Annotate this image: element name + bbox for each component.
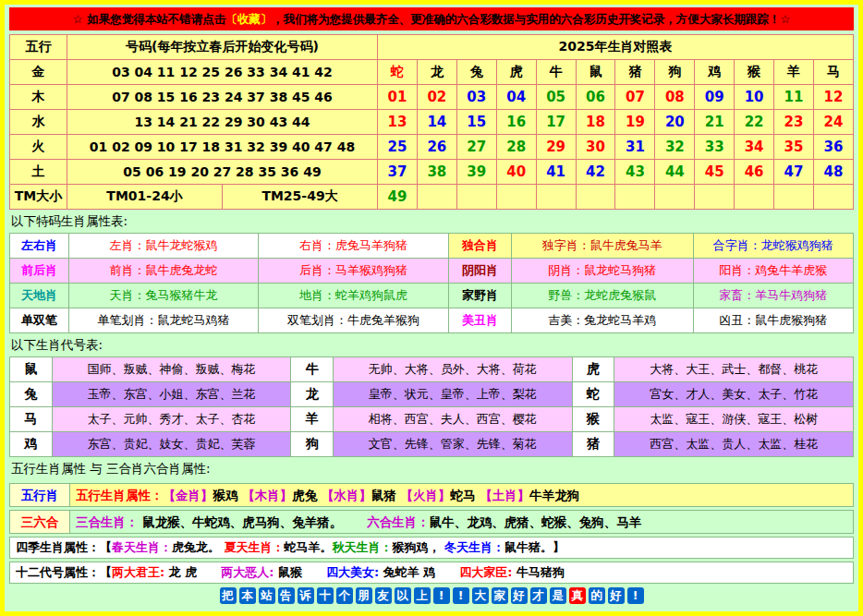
zodiac-number: 19 (615, 110, 655, 135)
wuxing-band-content: 五行生肖属性：【金肖】猴鸡 【木肖】虎兔 【水肖】鼠猪 【火肖】蛇马 【土肖】牛… (70, 483, 854, 507)
attr-value: 后肖：马羊猴鸡狗猪 (259, 259, 448, 284)
banner-text: ☆ 如果您觉得本站不错请点击 (73, 12, 226, 26)
zodiac-number: 21 (695, 110, 735, 135)
footer-tile: 把 (220, 587, 237, 604)
zodiac-number: 34 (735, 135, 774, 160)
text-segment: 猴狗鸡， (393, 540, 445, 554)
footer-tile: 诉 (298, 587, 314, 604)
zodiac-number: 15 (456, 110, 496, 135)
zodiac-number: 43 (615, 160, 655, 185)
zodiac-number: 31 (615, 135, 655, 160)
element-label: 水 (10, 110, 67, 135)
zodiac-number: 18 (576, 110, 615, 135)
attr-value: 凶丑：鼠牛虎猴狗猪 (693, 308, 854, 333)
footer-tile: 本 (239, 587, 256, 604)
footer-tiles: 把本站告诉十个朋友以上!!大家好才是真的好! (9, 587, 854, 604)
text-segment: 鼠猴 (273, 565, 326, 579)
zodiac-number: 17 (536, 110, 576, 135)
footer-tile: 才 (530, 587, 547, 604)
zodiac-codes: 皇帝、状元、皇帝、上帝、梨花 (334, 382, 573, 407)
zodiac-number: 37 (378, 160, 418, 185)
attr-value: 地肖：蛇羊鸡狗鼠虎 (259, 284, 448, 308)
codes-table: 鼠国师、叛贼、神偷、叛贼、梅花牛无帅、大将、员外、大将、荷花虎大将、大王、武士、… (9, 356, 854, 457)
zodiac-codes: 东宫、贵妃、妓女、贵妃、芙蓉 (52, 432, 291, 457)
zodiac-number: 10 (735, 85, 774, 110)
col-header-numbers: 号码(每年按立春后开始变化号码) (67, 35, 378, 60)
empty-cell (456, 185, 496, 210)
zodiac-name: 羊 (774, 60, 814, 85)
attr-category-label: 前后肖 (10, 259, 69, 284)
text-segment: 春天生肖： (112, 540, 172, 554)
zodiac-name: 鼠 (576, 60, 615, 85)
footer-tile: 是 (550, 587, 566, 604)
zodiac-label: 猪 (572, 432, 614, 457)
zodiac-number: 16 (496, 110, 536, 135)
zodiac-number: 38 (417, 160, 456, 185)
attr-value: 双笔划肖：牛虎兔羊猴狗 (259, 308, 448, 333)
attr-category-label: 阴阳肖 (448, 259, 511, 284)
zodiac-number: 29 (536, 135, 576, 160)
zodiac-number: 27 (456, 135, 496, 160)
attr-category-label: 家野肖 (448, 284, 511, 308)
zodiac-number: 01 (378, 85, 418, 110)
text-segment: 虎兔龙。 (172, 540, 225, 554)
zodiac-name: 狗 (655, 60, 695, 85)
element-label: 土 (10, 160, 67, 185)
text-segment: 五行生肖属性： (76, 488, 164, 502)
zodiac-label: 蛇 (572, 382, 614, 407)
empty-cell (813, 185, 853, 210)
favorite-action[interactable]: 〔收藏〕 (225, 12, 272, 26)
element-label: 火 (10, 135, 67, 160)
text-segment: 两大恶人: (221, 565, 273, 579)
sanliuhe-band-label: 三六合 (9, 510, 70, 534)
element-numbers: 07 08 15 16 23 24 37 38 45 46 (67, 85, 378, 110)
footer-tile: 十 (317, 587, 334, 604)
attr-section-heading: 以下特码生肖属性表: (9, 210, 854, 233)
zodiac-label: 鸡 (10, 432, 53, 457)
text-segment: 猴鸡 (213, 488, 243, 502)
element-label: 木 (10, 85, 67, 110)
footer-tile: 个 (336, 587, 353, 604)
zodiac-name: 龙 (417, 60, 456, 85)
zodiac-number: 23 (774, 110, 814, 135)
text-segment: 鼠牛、龙鸡、虎猪、蛇猴、兔狗、马羊 (430, 514, 642, 529)
text-segment: 牛羊龙狗 (529, 488, 579, 502)
text-segment: 虎兔 (292, 488, 322, 502)
tm-size-label: TM大小 (10, 185, 67, 210)
zodiac-number: 47 (774, 160, 814, 185)
zodiac-name: 鸡 (695, 60, 735, 85)
attr-category-label: 单双笔 (10, 308, 69, 333)
attr-value: 单笔划肖：鼠龙蛇马鸡猪 (68, 308, 258, 333)
text-segment: 两大君王: (112, 565, 164, 579)
zodiac-number: 04 (496, 85, 536, 110)
attr-value: 合字肖：龙蛇猴鸡狗猪 (693, 234, 854, 259)
zodiac-number: 39 (456, 160, 496, 185)
zodiac-number: 45 (695, 160, 735, 185)
footer-tile: 朋 (356, 587, 372, 604)
text-segment: 四大美女: (326, 565, 379, 579)
element-numbers: 01 02 09 10 17 18 31 32 39 40 47 48 (67, 135, 378, 160)
wuxing-section-heading: 五行生肖属性 与 三合肖六合肖属性: (9, 457, 854, 480)
zodiac-name: 牛 (536, 60, 576, 85)
text-segment: 四季生肖属性：【 (16, 540, 112, 554)
attr-table: 左右肖左肖：鼠牛龙蛇猴鸡右肖：虎兔马羊狗猪独合肖独字肖：鼠牛虎兔马羊合字肖：龙蛇… (9, 233, 854, 333)
footer-tile: ! (453, 587, 469, 604)
zodiac-number: 42 (576, 160, 615, 185)
zodiac-number: 46 (735, 160, 774, 185)
text-segment: 蛇马羊。 (285, 540, 333, 554)
empty-cell (695, 185, 735, 210)
zodiac-codes: 太监、寇王、游侠、寇王、松树 (614, 407, 854, 432)
element-numbers: 03 04 11 12 25 26 33 34 41 42 (67, 60, 378, 85)
attr-category-label: 天地肖 (10, 284, 69, 308)
attr-value: 左肖：鼠牛龙蛇猴鸡 (68, 234, 258, 259)
footer-tile: 真 (569, 587, 586, 604)
col-header-wuxing: 五行 (10, 35, 67, 60)
footer-tile: 上 (414, 587, 431, 604)
zodiac-codes: 玉帝、东宫、小姐、东宫、兰花 (52, 382, 291, 407)
footer-tile: 的 (589, 587, 605, 604)
zodiac-number: 24 (813, 110, 853, 135)
attr-value: 独字肖：鼠牛虎兔马羊 (512, 234, 693, 259)
top-banner: ☆ 如果您觉得本站不错请点击〔收藏〕，我们将为您提供最齐全、更准确的六合彩数据与… (9, 7, 854, 30)
zodiac-number: 05 (536, 85, 576, 110)
col-header-zodiac: 2025年生肖对照表 (378, 35, 854, 60)
